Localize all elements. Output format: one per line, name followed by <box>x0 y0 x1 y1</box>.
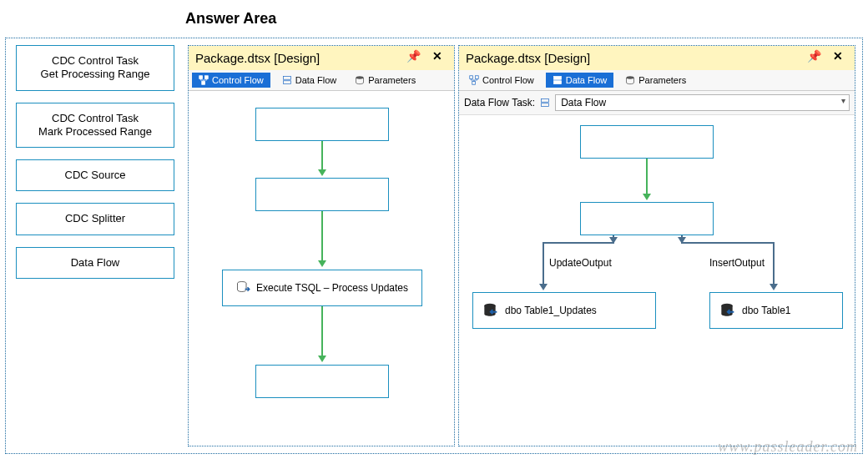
connector-arrow-icon <box>773 242 775 289</box>
tab-label: Data Flow <box>295 75 337 85</box>
flow-arrow-icon <box>646 159 648 199</box>
source-item[interactable]: Data Flow <box>16 247 174 279</box>
data-flow-task-value: Data Flow <box>561 97 606 108</box>
destination-label: dbo Table1 <box>742 305 791 316</box>
source-item[interactable]: CDC Control TaskGet Processing Range <box>16 45 174 91</box>
svg-rect-9 <box>472 82 476 85</box>
data-flow-task-row: Data Flow Task: Data Flow <box>459 91 855 115</box>
control-flow-icon <box>199 75 209 85</box>
destination-label: dbo Table1_Updates <box>505 305 597 316</box>
tab-control-flow[interactable]: Control Flow <box>462 73 541 88</box>
tab-data-flow[interactable]: Data Flow <box>275 73 344 88</box>
database-destination-icon <box>719 302 735 319</box>
tab-parameters[interactable]: Parameters <box>618 73 693 88</box>
svg-point-12 <box>627 76 634 78</box>
svg-rect-8 <box>476 76 479 79</box>
control-flow-icon <box>469 75 479 85</box>
drop-slot[interactable] <box>580 202 714 235</box>
tab-parameters[interactable]: Parameters <box>348 73 422 88</box>
execute-tsql-task[interactable]: Execute TSQL – Process Updates <box>222 270 422 306</box>
source-item[interactable]: CDC Splitter <box>16 203 174 235</box>
data-flow-canvas[interactable]: UpdateOutput InsertOutput dbo Table1_Upd… <box>459 115 855 431</box>
answer-area-frame: CDC Control TaskGet Processing Range CDC… <box>5 38 863 454</box>
data-flow-task-icon <box>540 98 550 108</box>
tab-label: Control Flow <box>482 75 534 85</box>
svg-rect-4 <box>283 81 290 84</box>
tab-data-flow[interactable]: Data Flow <box>546 73 614 88</box>
connector-icon <box>681 242 775 244</box>
svg-rect-1 <box>205 76 209 79</box>
designer-panel-data-flow: Package.dtsx [Design] 📌 ✕ Control Flow D… <box>458 45 855 446</box>
designer-panel-control-flow: Package.dtsx [Design] 📌 ✕ Control Flow D… <box>188 45 455 446</box>
control-flow-canvas[interactable]: Execute TSQL – Process Updates <box>189 91 454 425</box>
flow-arrow-icon <box>321 211 323 265</box>
svg-point-5 <box>356 76 364 78</box>
tab-strip: Control Flow Data Flow Parameters <box>189 70 454 91</box>
svg-rect-7 <box>470 76 473 79</box>
parameters-icon <box>355 75 365 85</box>
connector-icon <box>542 242 614 244</box>
tab-label: Control Flow <box>212 75 264 85</box>
flow-arrow-icon <box>321 306 323 361</box>
tab-label: Parameters <box>368 75 416 85</box>
drop-slot[interactable] <box>580 125 714 159</box>
svg-rect-2 <box>202 82 205 85</box>
svg-rect-14 <box>542 103 549 107</box>
edge-label-update: UpdateOutput <box>549 257 612 269</box>
svg-rect-3 <box>283 77 290 80</box>
data-flow-icon <box>553 75 563 85</box>
close-icon[interactable]: ✕ <box>833 49 843 63</box>
connector-icon <box>681 235 683 242</box>
data-flow-task-label: Data Flow Task: <box>464 97 535 108</box>
svg-rect-13 <box>542 99 549 103</box>
svg-rect-10 <box>553 77 561 80</box>
parameters-icon <box>625 75 635 85</box>
data-flow-icon <box>282 75 292 85</box>
source-item[interactable]: CDC Control TaskMark Processed Range <box>16 103 174 149</box>
destination-insert[interactable]: dbo Table1 <box>709 292 843 329</box>
drop-slot[interactable] <box>255 178 389 211</box>
tab-label: Parameters <box>638 75 686 85</box>
close-icon[interactable]: ✕ <box>432 49 442 63</box>
edge-label-insert: InsertOutput <box>709 257 765 269</box>
svg-rect-0 <box>199 76 203 79</box>
source-list: CDC Control TaskGet Processing Range CDC… <box>16 45 174 290</box>
connector-icon <box>613 235 614 242</box>
data-flow-task-select[interactable]: Data Flow <box>555 94 850 111</box>
designer-title: Package.dtsx [Design] <box>466 51 590 65</box>
designer-title: Package.dtsx [Design] <box>195 51 320 65</box>
pin-icon[interactable]: 📌 <box>807 49 821 63</box>
pin-icon[interactable]: 📌 <box>406 49 421 63</box>
task-label: Execute TSQL – Process Updates <box>256 282 408 294</box>
flow-arrow-icon <box>321 141 323 174</box>
database-destination-icon <box>482 302 498 319</box>
connector-arrow-icon <box>542 242 544 289</box>
drop-slot[interactable] <box>255 365 389 398</box>
destination-updates[interactable]: dbo Table1_Updates <box>472 292 656 329</box>
designer-title-bar: Package.dtsx [Design] 📌 ✕ <box>189 46 454 70</box>
watermark: www.passleader.com <box>718 438 858 456</box>
sql-task-icon <box>236 280 251 295</box>
svg-rect-11 <box>553 81 561 84</box>
page-title: Answer Area <box>185 10 276 28</box>
tab-control-flow[interactable]: Control Flow <box>192 73 270 88</box>
drop-slot[interactable] <box>255 108 389 141</box>
source-item[interactable]: CDC Source <box>16 159 174 191</box>
designer-title-bar: Package.dtsx [Design] 📌 ✕ <box>459 46 855 70</box>
tab-label: Data Flow <box>566 75 608 85</box>
tab-strip: Control Flow Data Flow Parameters <box>459 70 855 91</box>
